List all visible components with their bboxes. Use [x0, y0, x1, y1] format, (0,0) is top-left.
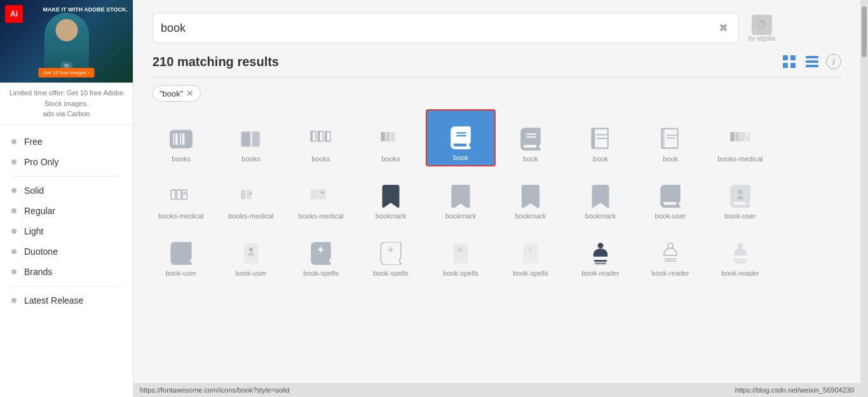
icon-bookmark-light[interactable]: bookmark	[496, 166, 566, 224]
svg-rect-17	[391, 132, 395, 142]
svg-rect-29	[745, 132, 750, 142]
icon-label: book-spells	[373, 269, 409, 277]
icon-book-selected[interactable]: book	[426, 109, 496, 166]
icon-label: bookmark	[585, 212, 616, 220]
svg-rect-38	[247, 190, 251, 199]
svg-rect-34	[182, 190, 187, 199]
filter-free-dot	[11, 139, 17, 144]
search-bar: ✖	[153, 13, 739, 43]
svg-rect-57	[735, 262, 745, 264]
icon-book-spells-3[interactable]: book-spells	[426, 224, 496, 281]
algolia-label: by algolia	[749, 35, 775, 42]
books-medical-icon-3	[238, 183, 264, 210]
filter-duotone[interactable]: Duotone	[0, 241, 133, 262]
svg-rect-37	[241, 190, 245, 199]
filter-latest-dot	[11, 298, 17, 303]
icon-label: book	[523, 155, 538, 163]
svg-rect-50	[594, 260, 607, 262]
view-controls: i	[780, 53, 841, 71]
filter-light[interactable]: Light	[0, 221, 133, 241]
icon-label: book-spells	[303, 269, 339, 277]
svg-rect-4	[806, 56, 818, 58]
svg-rect-6	[806, 65, 818, 67]
svg-rect-16	[386, 132, 390, 142]
svg-rect-10	[311, 131, 313, 142]
svg-rect-33	[177, 190, 181, 199]
icon-label: books	[241, 155, 260, 163]
icon-label: books	[311, 155, 330, 163]
filter-brands[interactable]: Brands	[0, 262, 133, 282]
search-input[interactable]	[161, 22, 716, 35]
right-scrollbar[interactable]	[860, 0, 868, 397]
icon-book-reader-dark[interactable]: book-reader	[566, 224, 635, 281]
list-view-button[interactable]	[803, 53, 821, 71]
icon-books-4[interactable]: books	[356, 109, 426, 166]
filter-free[interactable]: Free	[0, 131, 133, 152]
search-clear-button[interactable]: ✖	[716, 18, 731, 37]
latest-release-label: Latest Release	[24, 295, 83, 306]
search-bar-container: ✖ ⏱ by algolia	[133, 0, 860, 53]
icon-book-user-3[interactable]: book-user	[146, 224, 216, 281]
icon-books-1[interactable]: books	[146, 109, 216, 166]
status-url-right: https://blog.csdn.net/weixin_56904230	[735, 386, 854, 394]
icon-book-reader-faded[interactable]: book-reader	[705, 224, 775, 281]
results-divider	[153, 77, 841, 77]
svg-rect-15	[381, 132, 385, 142]
ad-banner[interactable]: Ai MAKE IT WITH ADOBE STOCK. St Get 10 f…	[0, 0, 133, 83]
svg-rect-12	[318, 131, 320, 142]
icon-books-medical-4[interactable]: books-medical	[286, 166, 356, 224]
icon-label: bookmark	[515, 212, 546, 220]
icon-books-medical-1[interactable]: books-medical	[705, 109, 775, 166]
grid-view-button[interactable]	[780, 53, 798, 71]
filter-solid[interactable]: Solid	[0, 180, 133, 201]
icon-book-spells-2[interactable]: book-spells	[356, 224, 426, 281]
filter-duotone-dot	[11, 249, 17, 254]
icon-book-user-2[interactable]: book-user	[705, 166, 775, 224]
book-spells-icon-2	[377, 240, 404, 267]
ad-cta-button[interactable]: Get 10 free images ›	[38, 68, 95, 77]
icon-bookmark-dark[interactable]: bookmark	[356, 166, 426, 224]
results-header: 210 matching results i	[133, 53, 860, 71]
filter-pro-only[interactable]: Pro Only	[0, 152, 133, 172]
icon-bookmark-outline[interactable]: bookmark	[426, 166, 496, 224]
filter-tag-book[interactable]: "book" ✕	[153, 85, 201, 102]
icon-books-2[interactable]: books	[216, 109, 286, 166]
icon-bookmark-faded[interactable]: bookmark	[566, 166, 635, 224]
svg-rect-5	[806, 60, 818, 63]
icon-book-7[interactable]: book	[566, 109, 635, 166]
filter-tag-close[interactable]: ✕	[186, 88, 194, 98]
svg-rect-32	[171, 190, 175, 199]
icon-label: book	[453, 154, 468, 161]
svg-point-55	[738, 243, 743, 248]
icon-book-user-1[interactable]: book-user	[635, 166, 705, 224]
icon-books-3[interactable]: books	[286, 109, 356, 166]
svg-point-52	[668, 243, 673, 248]
icon-book-8[interactable]: book	[635, 109, 705, 166]
icon-book-6[interactable]: book	[496, 109, 566, 166]
scrollbar-thumb[interactable]	[862, 6, 867, 57]
filter-divider-2	[11, 286, 121, 286]
book-reader-dark-icon	[587, 240, 614, 267]
icon-label: book-spells	[513, 269, 548, 277]
icon-label: book-user	[166, 269, 197, 277]
filter-brands-dot	[11, 269, 17, 274]
svg-rect-14	[325, 131, 327, 142]
results-count: 210 matching results	[153, 55, 780, 69]
icon-label: book-user	[725, 212, 756, 220]
svg-rect-8	[252, 132, 259, 146]
info-button[interactable]: i	[826, 54, 841, 69]
icon-book-user-4[interactable]: book-user	[216, 224, 286, 281]
icon-book-reader-light[interactable]: book-reader	[635, 224, 705, 281]
svg-rect-26	[730, 132, 735, 142]
icon-book-spells-4[interactable]: book-spells	[496, 224, 566, 281]
books-icon-4	[377, 126, 404, 152]
svg-rect-56	[734, 259, 747, 261]
filter-light-dot	[11, 229, 17, 234]
ad-text: MAKE IT WITH ADOBE STOCK.	[43, 6, 128, 14]
filter-solid-dot	[11, 188, 17, 193]
icon-book-spells-1[interactable]: book-spells	[286, 224, 356, 281]
filter-latest-release[interactable]: Latest Release	[0, 290, 133, 311]
icon-books-medical-2[interactable]: books-medical	[146, 166, 216, 224]
filter-regular[interactable]: Regular	[0, 201, 133, 221]
icon-books-medical-3[interactable]: books-medical	[216, 166, 286, 224]
